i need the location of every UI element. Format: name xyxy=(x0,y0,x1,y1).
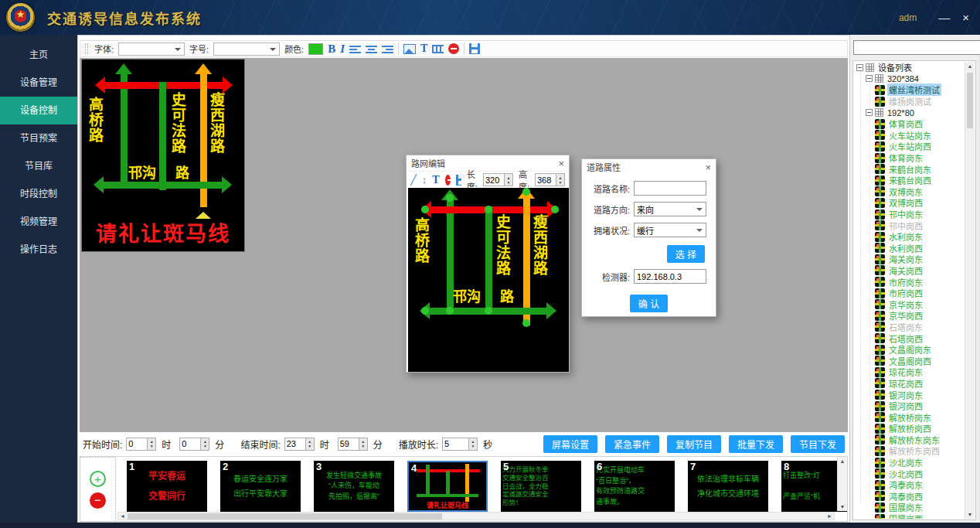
scroll-right-icon[interactable]: ► xyxy=(825,513,834,520)
tree-node[interactable]: 国展岗东 xyxy=(854,502,965,513)
control-point[interactable] xyxy=(421,206,429,213)
remove-program-button[interactable]: − xyxy=(90,492,106,509)
tree-scrollbar[interactable]: ▲ ▼ xyxy=(965,62,975,519)
tree-node[interactable]: 京华岗东 xyxy=(854,298,965,310)
tree-node[interactable]: 火车站岗西 xyxy=(854,141,965,152)
height-spinner[interactable]: ▲▼ xyxy=(535,173,565,186)
color-swatch[interactable] xyxy=(308,43,323,55)
program-thumbnail[interactable]: 1 平安春运 交警同行 xyxy=(127,461,207,512)
tree-node[interactable]: 水利岗东 xyxy=(854,231,965,243)
tree-node[interactable]: 文昌阁岗西 xyxy=(854,355,965,366)
expand-toggle-icon[interactable] xyxy=(866,109,873,116)
sidebar-item[interactable]: 节目预案 xyxy=(0,124,77,152)
align-center-icon[interactable] xyxy=(366,45,377,53)
tree-node[interactable]: 体育岗东 xyxy=(854,152,965,164)
end-minute-input[interactable] xyxy=(338,438,359,451)
tree-node[interactable]: 石塔岗西 xyxy=(854,332,965,344)
bold-button[interactable]: B xyxy=(328,43,335,56)
action-button[interactable]: 批量下发 xyxy=(729,435,783,453)
length-spinner[interactable]: ▲▼ xyxy=(483,173,513,186)
crosswalk-icon[interactable] xyxy=(432,45,444,53)
program-thumbnail[interactable]: 4 请礼让斑马线 xyxy=(407,461,488,512)
program-thumbnail[interactable]: 5 大力开展秋冬季 交通安全整治百 日会战，全力稳 定道路交通安全 形势！ xyxy=(501,461,581,512)
scroll-down-icon[interactable]: ▼ xyxy=(965,512,975,517)
control-point[interactable] xyxy=(551,206,559,213)
tree-node[interactable]: 市府岗东 xyxy=(854,276,965,288)
detector-input[interactable] xyxy=(634,269,706,284)
control-point[interactable] xyxy=(485,307,492,315)
add-program-button[interactable]: + xyxy=(90,471,106,487)
tree-node[interactable]: 文昌阁岗东 xyxy=(854,344,965,356)
align-left-icon[interactable] xyxy=(349,45,361,53)
spinner-arrows[interactable]: ▲▼ xyxy=(556,173,565,186)
tree-node[interactable]: 来鹤台岗西 xyxy=(854,175,965,186)
tree-node[interactable]: 水利岗西 xyxy=(854,243,965,254)
select-button[interactable]: 选 择 xyxy=(667,245,705,263)
tree-node[interactable]: 解放桥东岗东 xyxy=(854,434,965,446)
program-thumbnail[interactable]: 7 依法治理非标车辆 净化城市交通环境 xyxy=(688,461,768,512)
align-right-icon[interactable] xyxy=(382,45,393,53)
action-button[interactable]: 复制节目 xyxy=(667,435,721,453)
sidebar-item[interactable]: 时段控制 xyxy=(0,180,77,208)
delete-icon[interactable] xyxy=(445,175,451,186)
program-thumbnail[interactable]: 2 春运安全连万家 出行平安靠大家 xyxy=(220,461,301,512)
close-icon[interactable]: × xyxy=(558,158,564,169)
control-point[interactable] xyxy=(421,307,429,315)
tree-node[interactable]: 邗中岗西 xyxy=(854,220,965,231)
playlist-vertical-scrollbar[interactable]: ▲ ▼ xyxy=(837,457,847,511)
insert-image-icon[interactable] xyxy=(403,44,416,54)
led-preview-canvas[interactable]: 高桥路 史可法路 瘦西湖路 邗沟 路 请礼让斑马线 xyxy=(81,59,245,252)
control-point[interactable] xyxy=(446,307,454,315)
end-minute-spinner[interactable]: ▲▼ xyxy=(338,438,368,451)
spinner-arrows[interactable]: ▲▼ xyxy=(305,438,315,451)
start-minute-spinner[interactable]: ▲▼ xyxy=(179,438,209,451)
control-point[interactable] xyxy=(446,194,454,202)
tree-node[interactable]: 体育岗西 xyxy=(854,118,965,130)
tree-node[interactable]: 琼花岗东 xyxy=(854,366,965,378)
minimize-button[interactable]: — xyxy=(938,12,950,23)
text-tool-icon[interactable]: T xyxy=(432,174,439,186)
tree-node[interactable]: 解放桥东岗西 xyxy=(854,445,965,457)
road-editor-canvas[interactable]: 高桥路 史可法路 瘦西湖路 邗沟 路 xyxy=(408,188,569,372)
control-point[interactable] xyxy=(522,319,530,327)
two-way-road-icon[interactable]: ↕ xyxy=(422,175,427,185)
scrollbar-thumb[interactable] xyxy=(967,73,973,128)
pen-tool-icon[interactable]: ╱ xyxy=(410,175,417,185)
font-select[interactable] xyxy=(118,43,185,56)
action-button[interactable]: 紧急事件 xyxy=(605,435,659,453)
tree-node[interactable]: 石塔岗东 xyxy=(854,322,965,333)
program-thumbnail[interactable]: 3 发生轻微交通事故 “人未伤，车能动 先拍照，后撤离” xyxy=(314,461,394,512)
road-name-input[interactable] xyxy=(634,181,706,196)
tree-node[interactable]: 海关岗西 xyxy=(854,265,965,277)
tree-node[interactable]: 邗中岗东 xyxy=(854,209,965,220)
road-direction-select[interactable]: 来向 xyxy=(634,202,706,216)
font-size-select[interactable] xyxy=(213,43,280,56)
tree-node[interactable]: 设备列表 xyxy=(854,62,965,73)
tree-node[interactable]: 解放桥岗东 xyxy=(854,411,965,423)
scrollbar-thumb[interactable] xyxy=(128,513,442,519)
tree-node[interactable]: 沙北岗西 xyxy=(854,468,965,479)
save-icon[interactable] xyxy=(456,175,461,186)
text-tool-icon[interactable]: T xyxy=(420,43,427,55)
expand-toggle-icon[interactable] xyxy=(856,64,863,71)
expand-toggle-icon[interactable] xyxy=(866,75,873,82)
scroll-down-icon[interactable]: ▼ xyxy=(838,504,847,509)
sidebar-item[interactable]: 操作日志 xyxy=(0,236,77,264)
tree-node[interactable]: 双博岗西 xyxy=(854,197,965,209)
spinner-arrows[interactable]: ▲▼ xyxy=(200,438,209,451)
duration-input[interactable] xyxy=(442,438,468,451)
start-hour-spinner[interactable]: ▲▼ xyxy=(126,438,156,451)
spinner-arrows[interactable]: ▲▼ xyxy=(359,438,368,451)
control-point[interactable] xyxy=(485,206,492,213)
save-icon[interactable] xyxy=(469,43,480,54)
scroll-up-icon[interactable]: ▲ xyxy=(838,458,847,464)
italic-button[interactable]: I xyxy=(340,43,345,56)
scroll-left-icon[interactable]: ◄ xyxy=(118,513,127,520)
spinner-arrows[interactable]: ▲▼ xyxy=(504,173,513,186)
action-button[interactable]: 屏幕设置 xyxy=(543,435,597,453)
spinner-arrows[interactable]: ▲▼ xyxy=(147,438,156,451)
sidebar-item[interactable]: 节目库 xyxy=(0,152,77,180)
control-point[interactable] xyxy=(522,188,530,196)
confirm-button[interactable]: 确 认 xyxy=(630,295,668,312)
device-search-input[interactable] xyxy=(853,40,980,55)
